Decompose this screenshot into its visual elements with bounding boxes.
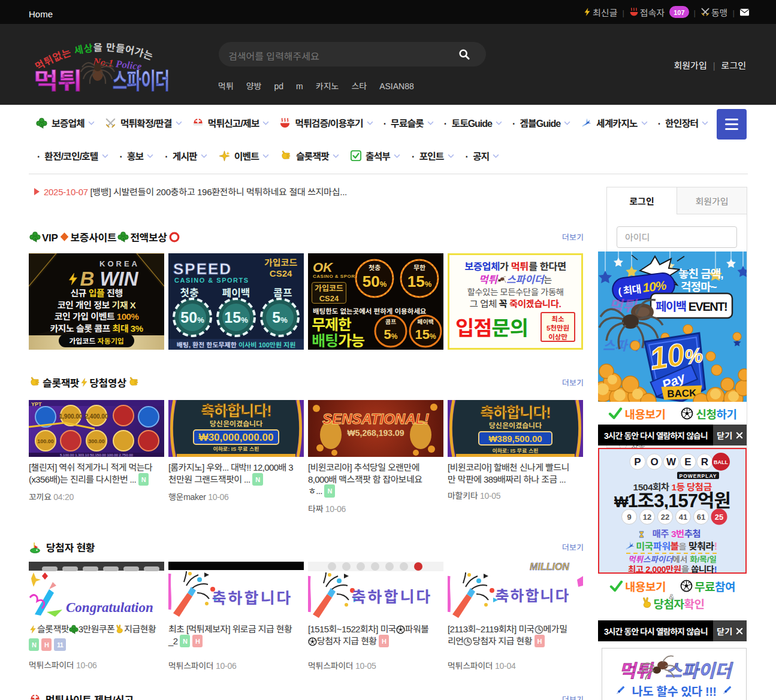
svg-text:Congratulation: Congratulation (66, 600, 153, 615)
svg-text:축하합니다!: 축하합니다! (201, 400, 271, 420)
svg-text:스파이더: 스파이더 (665, 656, 733, 683)
svg-text:5,100.00 1,303.10 50,150.00: 5,100.00 1,303.10 50,150.00 100.00 2,750… (60, 452, 133, 457)
svg-text:매주 3번추첨: 매주 3번추첨 (653, 526, 701, 540)
svg-text:61: 61 (697, 511, 705, 522)
svg-text:41: 41 (679, 511, 687, 522)
svg-text:이하로: IS 무료 스핀: 이하로: IS 무료 스핀 (213, 445, 259, 453)
svg-text:1,900.00: 1,900.00 (59, 411, 83, 420)
svg-text:페이백 EVENT!: 페이백 EVENT! (656, 297, 727, 314)
svg-text:먹튀: 먹튀 (619, 656, 654, 683)
svg-text:₩389,500.00: ₩389,500.00 (488, 432, 542, 444)
svg-text:₩1조3,157억원: ₩1조3,157억원 (614, 486, 730, 513)
svg-text:MILLION: MILLION (530, 562, 569, 573)
svg-text:R: R (701, 453, 708, 468)
svg-text:축하합니다: 축하합니다 (352, 584, 433, 607)
svg-text:22: 22 (661, 511, 669, 522)
svg-text:먹튀: 먹튀 (34, 62, 81, 92)
svg-text:BACK: BACK (667, 384, 698, 401)
svg-text:이하로: IS 무료 스핀: 이하로: IS 무료 스핀 (493, 447, 539, 454)
svg-text:₩30,000,000.00: ₩30,000,000.00 (199, 429, 274, 444)
svg-text:2,400.00: 2,400.00 (85, 411, 108, 420)
svg-text:BALL: BALL (714, 458, 728, 466)
svg-text:12: 12 (643, 511, 651, 522)
svg-text:당신은이겼습니다: 당신은이겼습니다 (489, 420, 542, 430)
svg-text:E: E (684, 453, 691, 468)
svg-text:W: W (666, 453, 677, 468)
svg-text:YPT: YPT (31, 400, 42, 408)
svg-text:축하합니다!: 축하합니다! (480, 401, 550, 422)
svg-text:POWERPLAY: POWERPLAY (679, 472, 717, 479)
svg-text:축하합니다: 축하합니다 (212, 586, 293, 608)
svg-text:나도 할수 있다 !!!: 나도 할수 있다 !!! (632, 682, 716, 699)
svg-text:9: 9 (627, 511, 631, 522)
svg-text:SENSATIONAL!: SENSATIONAL! (322, 407, 429, 428)
svg-text:25: 25 (715, 511, 723, 522)
svg-text:300.00: 300.00 (88, 437, 105, 445)
svg-text:O: O (650, 453, 658, 468)
svg-text:₩5,268,193.09: ₩5,268,193.09 (348, 426, 404, 438)
svg-text:걱정마~: 걱정마~ (681, 278, 717, 294)
svg-text:스파이더: 스파이더 (113, 62, 169, 92)
svg-text:당신은이겼습니다: 당신은이겼습니다 (210, 418, 262, 428)
svg-text:축하합니다: 축하합니다 (495, 584, 570, 605)
svg-text:미국파워볼을 맞춰라!: 미국파워볼을 맞춰라! (636, 538, 717, 553)
svg-text:100.00: 100.00 (37, 437, 54, 445)
svg-text:P: P (634, 453, 641, 468)
